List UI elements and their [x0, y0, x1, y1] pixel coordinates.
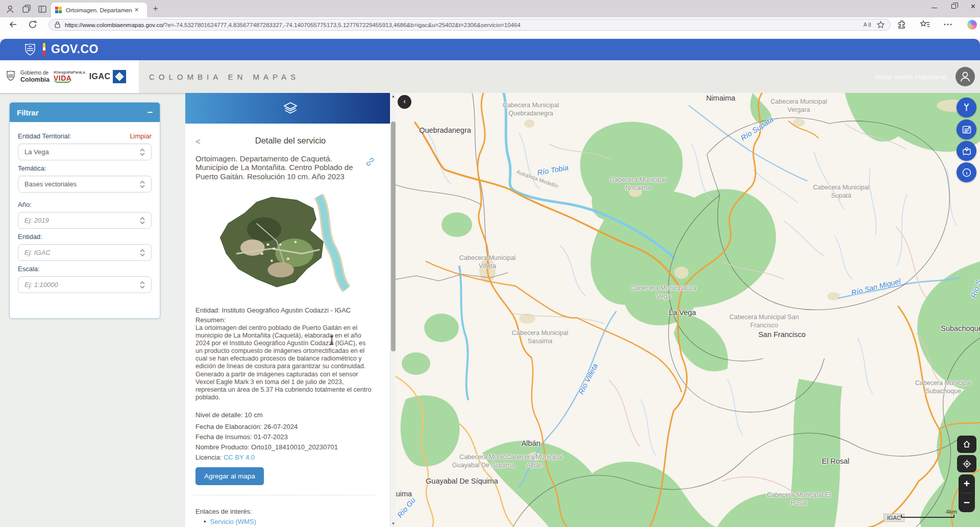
clear-filters-link[interactable]: Limpiar: [130, 132, 152, 140]
links-label: Enlaces de interés:: [195, 508, 252, 515]
lock-icon: [54, 21, 61, 29]
panel-collapse-button[interactable]: ‹: [398, 95, 411, 109]
tools-wrench-button[interactable]: [957, 98, 976, 117]
map-canvas[interactable]: NimaimaQuebradanegraLa VegaSan Francisco…: [396, 93, 980, 527]
map-graphics: [396, 93, 980, 527]
tab-close-icon[interactable]: ✕: [134, 7, 139, 13]
detail-level-line: Nivel de detalle: 10 cm: [195, 411, 263, 419]
nombre-producto-line: Nombre Producto: Orto10_18410010_2023070…: [195, 443, 338, 451]
tools-wrench-icon: [962, 103, 971, 112]
read-aloud-icon[interactable]: A: [863, 20, 871, 29]
zoom-out-button[interactable]: −: [959, 493, 975, 512]
escala-select[interactable]: Ej: 1:10000: [18, 276, 152, 293]
licencia-link[interactable]: CC BY 4.0: [224, 453, 255, 461]
layers-icon: [283, 102, 298, 115]
window-close-button[interactable]: ✕: [970, 3, 976, 10]
basemap-pin-icon: [962, 146, 972, 156]
divider: [193, 495, 375, 495]
field-label: Año:: [18, 201, 32, 208]
profile-icon[interactable]: [5, 4, 15, 14]
select-chevrons-icon: [139, 249, 146, 257]
extensions-icon[interactable]: [897, 19, 907, 30]
favorite-star-icon[interactable]: [876, 20, 885, 29]
text-cursor: [329, 336, 334, 345]
basemap-button[interactable]: [957, 141, 976, 161]
back-icon[interactable]: [8, 19, 18, 30]
filter-title: Filtrar: [17, 108, 39, 117]
geografia-vida-logo: #GeografíaParaLaVIDA: [54, 70, 85, 83]
fecha-elaboracion-line: Fecha de Elaboración: 26-07-2024: [195, 423, 298, 430]
tab-title: Ortoimagen. Departamento de C: [66, 7, 132, 13]
govco-brand: GOV.CO: [51, 42, 99, 56]
tab-strip: Ortoimagen. Departamento de C ✕ + ✕: [0, 0, 980, 17]
browser-toolbar: https://www.colombiaenmapas.gov.co/?e=-7…: [0, 17, 980, 32]
new-tab-button[interactable]: +: [153, 5, 158, 13]
summary-text: La ortoimagen del centro poblado de Puer…: [195, 324, 373, 401]
service-detail-panel: < Detalle del servicio Ortoimagen. Depar…: [185, 93, 396, 527]
filter-panel-header[interactable]: Filtrar −: [10, 103, 160, 122]
field-label: Escala:: [18, 265, 40, 273]
ortho-thumbnail[interactable]: [195, 193, 383, 292]
zoom-in-button[interactable]: +: [959, 474, 975, 493]
govco-pipe: [43, 43, 45, 56]
licencia-line: Licencia: CC BY 4.0: [195, 453, 255, 461]
fecha-insumos-line: Fecha de Insumos: 01-07-2023: [195, 433, 288, 441]
refresh-icon[interactable]: [28, 19, 38, 30]
more-menu-icon[interactable]: [943, 19, 953, 30]
entidad-territorial-select[interactable]: La Vega: [18, 143, 152, 160]
detail-scrollbar[interactable]: ▲ ▼: [390, 93, 396, 527]
gobierno-crest-icon: [5, 70, 16, 83]
info-icon: [962, 167, 972, 178]
url-text: https://www.colombiaenmapas.gov.co/?e=-7…: [65, 22, 857, 28]
field-label: Entidad Territorial:: [18, 132, 71, 140]
collections-icon[interactable]: [920, 19, 930, 30]
summary-label: Resumen:: [195, 316, 226, 324]
entidad-select[interactable]: Ej: IGAC: [18, 244, 152, 261]
detail-panel-header: [185, 93, 396, 124]
entity-line: Entidad: Instituto Geográfico Agustin Co…: [195, 306, 351, 314]
browser-tab[interactable]: Ortoimagen. Departamento de C ✕: [51, 3, 147, 17]
tab-favicon-icon: [55, 7, 62, 14]
vertical-tabs-icon[interactable]: [37, 4, 47, 14]
anio-select[interactable]: Ej: 2019: [18, 212, 152, 229]
scale-bar: [901, 515, 954, 518]
browser-chrome: Ortoimagen. Departamento de C ✕ + ✕ http…: [0, 0, 980, 32]
home-icon: [962, 440, 971, 449]
select-chevrons-icon: [139, 217, 146, 225]
locate-button[interactable]: [957, 455, 976, 472]
select-chevrons-icon: [139, 180, 146, 188]
scale-label: 4km: [946, 509, 957, 515]
url-bar[interactable]: https://www.colombiaenmapas.gov.co/?e=-7…: [48, 19, 891, 31]
page-top-strip: [0, 32, 980, 39]
locate-icon: [962, 459, 972, 469]
wms-service-link[interactable]: Servicio (WMS): [204, 518, 256, 525]
home-button[interactable]: [957, 436, 976, 453]
user-avatar-icon[interactable]: [955, 67, 975, 86]
window-restore-button[interactable]: [951, 4, 956, 9]
site-header: Gobierno deColombia #GeografíaParaLaVIDA…: [0, 60, 980, 93]
info-button[interactable]: [957, 162, 976, 182]
detail-panel-title: Detalle del servicio: [185, 136, 396, 146]
layer-list-icon: [962, 125, 972, 135]
permalink-icon[interactable]: [365, 157, 375, 167]
tematica-select[interactable]: Bases vectoriales: [18, 176, 152, 193]
copilot-icon[interactable]: [967, 20, 977, 30]
login-link[interactable]: Iniciar sesión /registrarse: [875, 74, 946, 81]
tab-groups-icon[interactable]: [21, 4, 32, 14]
field-label: Entidad:: [18, 233, 42, 241]
add-to-map-button[interactable]: Agregar al mapa: [195, 467, 264, 485]
logo-zone: Gobierno deColombia #GeografíaParaLaVIDA…: [0, 60, 139, 93]
scrollbar-thumb[interactable]: [391, 122, 396, 351]
field-label: Temática:: [18, 164, 46, 172]
colombia-crest-icon: [23, 42, 37, 57]
window-minimize-button[interactable]: [932, 8, 937, 9]
site-title: COLOMBIA EN MAPAS: [149, 73, 300, 81]
igac-diamond-icon: [113, 70, 126, 83]
zoom-control: + −: [959, 474, 975, 512]
govco-banner: GOV.CO: [0, 39, 980, 60]
select-chevrons-icon: [139, 148, 146, 156]
service-title: Ortoimagen. Departamento de Caquetá. Mun…: [195, 154, 361, 181]
collapse-minus-icon[interactable]: −: [147, 109, 153, 116]
layer-list-button[interactable]: [957, 119, 976, 139]
igac-logo: IGAC: [89, 70, 126, 83]
